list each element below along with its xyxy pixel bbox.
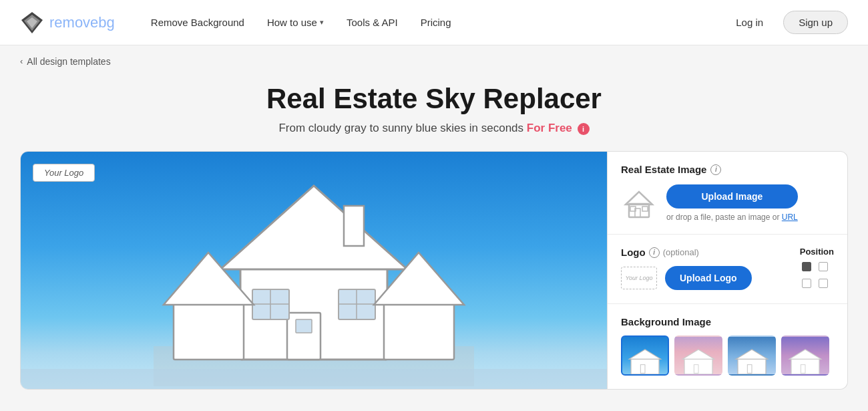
header: removebg Remove Background How to use ▾ …: [0, 0, 868, 45]
upload-controls: Upload Image or drop a file, paste an im…: [666, 184, 798, 222]
bg-thumb-dusk-sky[interactable]: [781, 335, 829, 376]
svg-rect-8: [296, 319, 312, 333]
nav-pricing[interactable]: Pricing: [411, 11, 461, 33]
url-link[interactable]: URL: [782, 213, 798, 222]
canvas-preview: Your Logo: [21, 152, 607, 389]
bg-thumb-dusk-inner: [783, 337, 828, 374]
svg-marker-31: [736, 350, 767, 359]
real-estate-upload-row: Upload Image or drop a file, paste an im…: [621, 184, 834, 222]
position-grid: [802, 262, 831, 291]
svg-rect-29: [694, 365, 698, 374]
header-actions: Log in Sign up: [724, 11, 848, 34]
bg-thumb-blue-inner: [622, 337, 668, 374]
svg-rect-26: [640, 365, 645, 374]
real-estate-info-icon[interactable]: i: [710, 164, 721, 175]
house-illustration: [154, 151, 474, 389]
nav-how-to-use[interactable]: How to use ▾: [258, 11, 333, 33]
background-thumbnails: [621, 335, 834, 376]
login-button[interactable]: Log in: [724, 11, 775, 33]
logo-upload-row: Your Logo Upload Logo: [621, 266, 800, 290]
svg-rect-19: [629, 204, 649, 217]
canvas-area: Your Logo: [20, 151, 608, 390]
house-svg: [154, 151, 474, 386]
page-header: Real Estate Sky Replacer From cloudy gra…: [0, 76, 868, 151]
svg-marker-20: [626, 192, 652, 204]
svg-rect-35: [801, 365, 805, 374]
svg-rect-6: [344, 206, 364, 246]
bg-thumb-pink-sky[interactable]: [674, 335, 722, 376]
svg-marker-34: [789, 350, 821, 359]
svg-rect-32: [747, 365, 752, 374]
svg-rect-17: [384, 303, 454, 360]
for-free-info-icon[interactable]: i: [578, 123, 590, 135]
position-bottom-left[interactable]: [802, 279, 811, 288]
house-icon-svg: [622, 186, 656, 220]
right-panel: Real Estate Image i Upload Image: [608, 151, 848, 390]
upload-logo-button[interactable]: Upload Logo: [665, 266, 752, 290]
position-top-left[interactable]: [802, 262, 811, 271]
signup-button[interactable]: Sign up: [783, 11, 848, 34]
main-content: Your Logo: [0, 151, 868, 410]
house-thumbnail-icon: [621, 185, 657, 221]
position-bottom-right[interactable]: [819, 279, 828, 288]
bg-thumb-blue-sky[interactable]: [621, 335, 669, 376]
logo-icon: [20, 11, 44, 35]
position-top-right[interactable]: [819, 262, 828, 271]
for-free-badge: For Free: [527, 122, 572, 134]
breadcrumb-bar: ‹ All design templates: [0, 45, 868, 76]
logo-section-title: Logo i (optional): [621, 247, 800, 258]
logo-text: removebg: [49, 14, 115, 31]
breadcrumb-link[interactable]: ‹ All design templates: [20, 56, 111, 67]
svg-marker-28: [682, 350, 714, 359]
main-nav: Remove Background How to use ▾ Tools & A…: [142, 11, 724, 33]
position-area: Position: [800, 247, 834, 291]
bg-thumb-cloudy-blue[interactable]: [728, 335, 776, 376]
bg-thumb-pink-inner: [676, 337, 721, 374]
real-estate-section-title: Real Estate Image i: [621, 164, 834, 175]
svg-marker-25: [629, 350, 660, 359]
upload-image-button[interactable]: Upload Image: [666, 184, 798, 209]
svg-rect-15: [174, 303, 244, 360]
logo-section-inner: Logo i (optional) Your Logo Upload Logo …: [621, 247, 834, 291]
nav-tools-api[interactable]: Tools & API: [337, 11, 407, 33]
nav-remove-background[interactable]: Remove Background: [142, 11, 254, 33]
logo-placeholder-thumb: Your Logo: [621, 267, 657, 289]
page-title: Real Estate Sky Replacer: [20, 83, 848, 115]
svg-rect-23: [642, 207, 648, 211]
canvas-logo-watermark: Your Logo: [33, 164, 95, 182]
page-subtitle: From cloudy gray to sunny blue skies in …: [20, 122, 848, 135]
logo-section: Logo i (optional) Your Logo Upload Logo …: [608, 235, 847, 304]
background-section: Background Image: [608, 304, 847, 388]
how-to-use-chevron-icon: ▾: [320, 18, 324, 27]
ground-strip: [21, 369, 607, 389]
drop-hint: or drop a file, paste an image or URL: [666, 213, 798, 222]
breadcrumb-chevron-icon: ‹: [20, 56, 23, 66]
background-section-title: Background Image: [621, 316, 834, 327]
logo-left: Logo i (optional) Your Logo Upload Logo: [621, 247, 800, 290]
real-estate-section: Real Estate Image i Upload Image: [608, 152, 847, 235]
bg-thumb-cloudy-inner: [729, 337, 775, 374]
svg-marker-5: [220, 186, 407, 269]
logo-info-icon[interactable]: i: [649, 247, 660, 258]
logo[interactable]: removebg: [20, 11, 115, 35]
